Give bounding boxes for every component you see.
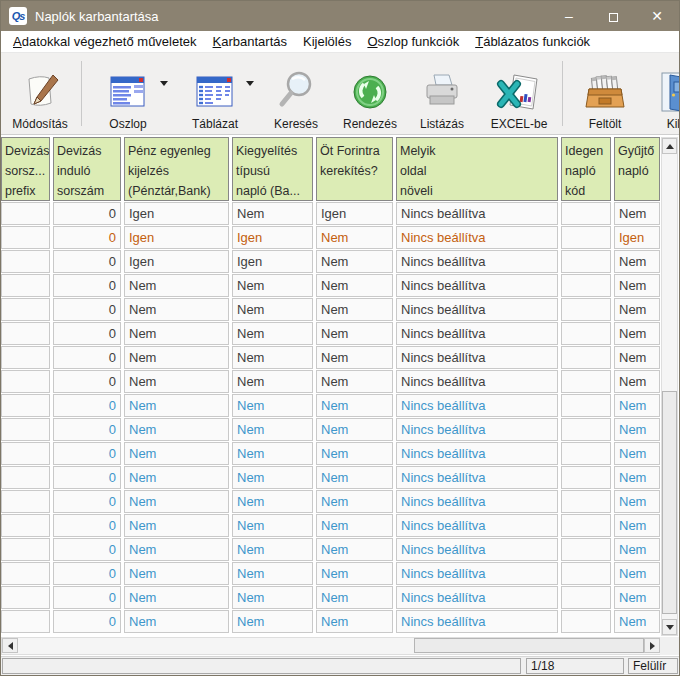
- column-header[interactable]: Öt Forintrakerekítés?: [316, 137, 393, 201]
- vertical-scrollbar[interactable]: [661, 137, 678, 636]
- table-row[interactable]: 0NemNemNemNincs beállítvaNem: [1, 562, 660, 585]
- table-cell[interactable]: [561, 514, 611, 537]
- table-cell[interactable]: [1, 274, 50, 297]
- table-cell[interactable]: [561, 370, 611, 393]
- table-cell[interactable]: Nem: [232, 418, 313, 441]
- table-cell[interactable]: [561, 442, 611, 465]
- table-cell[interactable]: 0: [53, 610, 121, 633]
- table-cell[interactable]: 0: [53, 346, 121, 369]
- table-cell[interactable]: Nem: [232, 370, 313, 393]
- table-cell[interactable]: Igen: [124, 250, 229, 273]
- table-cell[interactable]: Nem: [614, 250, 660, 273]
- table-cell[interactable]: Nincs beállítva: [396, 226, 558, 249]
- table-row[interactable]: 0NemNemNemNincs beállítvaNem: [1, 418, 660, 441]
- table-cell[interactable]: Nem: [232, 538, 313, 561]
- table-cell[interactable]: [561, 466, 611, 489]
- table-row[interactable]: 0NemNemNemNincs beállítvaNem: [1, 466, 660, 489]
- table-cell[interactable]: Nem: [124, 370, 229, 393]
- table-cell[interactable]: Nem: [232, 490, 313, 513]
- table-cell[interactable]: Nem: [232, 466, 313, 489]
- chevron-down-icon[interactable]: [246, 81, 254, 86]
- table-row[interactable]: 0NemNemNemNincs beállítvaNem: [1, 538, 660, 561]
- table-cell[interactable]: [1, 226, 50, 249]
- table-cell[interactable]: Nem: [614, 418, 660, 441]
- table-cell[interactable]: 0: [53, 514, 121, 537]
- table-cell[interactable]: Nem: [316, 226, 393, 249]
- table-cell[interactable]: Nem: [614, 514, 660, 537]
- column-header[interactable]: Gyűjtőnapló: [614, 137, 660, 201]
- table-cell[interactable]: Nem: [614, 466, 660, 489]
- table-cell[interactable]: [561, 322, 611, 345]
- table-cell[interactable]: Nem: [614, 562, 660, 585]
- table-cell[interactable]: Nem: [316, 394, 393, 417]
- table-cell[interactable]: [561, 490, 611, 513]
- table-cell[interactable]: Nincs beállítva: [396, 370, 558, 393]
- table-cell[interactable]: Nem: [614, 370, 660, 393]
- table-cell[interactable]: Nem: [316, 442, 393, 465]
- table-cell[interactable]: Nem: [316, 610, 393, 633]
- table-cell[interactable]: [561, 418, 611, 441]
- table-cell[interactable]: Nem: [232, 394, 313, 417]
- table-cell[interactable]: [561, 250, 611, 273]
- table-cell[interactable]: Nem: [614, 586, 660, 609]
- table-cell[interactable]: [1, 322, 50, 345]
- table-cell[interactable]: Nem: [232, 298, 313, 321]
- table-cell[interactable]: Nincs beállítva: [396, 514, 558, 537]
- table-row[interactable]: 0NemNemNemNincs beállítvaNem: [1, 514, 660, 537]
- table-row[interactable]: 0NemNemNemNincs beállítvaNem: [1, 442, 660, 465]
- table-cell[interactable]: Nincs beállítva: [396, 490, 558, 513]
- table-cell[interactable]: Nincs beállítva: [396, 442, 558, 465]
- table-cell[interactable]: Nem: [614, 346, 660, 369]
- table-cell[interactable]: Nincs beállítva: [396, 562, 558, 585]
- table-cell[interactable]: Igen: [316, 202, 393, 225]
- table-row[interactable]: 0NemNemNemNincs beállítvaNem: [1, 274, 660, 297]
- table-cell[interactable]: [561, 226, 611, 249]
- table-cell[interactable]: Nem: [124, 586, 229, 609]
- table-cell[interactable]: Nincs beállítva: [396, 298, 558, 321]
- table-cell[interactable]: Nem: [316, 250, 393, 273]
- table-cell[interactable]: Nem: [316, 490, 393, 513]
- table-cell[interactable]: Nem: [614, 322, 660, 345]
- table-cell[interactable]: 0: [53, 442, 121, 465]
- table-cell[interactable]: 0: [53, 586, 121, 609]
- table-cell[interactable]: Nem: [614, 298, 660, 321]
- column-header[interactable]: Melyikoldalnöveli: [396, 137, 558, 201]
- scroll-left-button[interactable]: [2, 638, 18, 653]
- table-cell[interactable]: Nem: [614, 442, 660, 465]
- table-cell[interactable]: [561, 346, 611, 369]
- tablazat-button[interactable]: Táblázat: [172, 55, 258, 134]
- table-cell[interactable]: Nem: [614, 610, 660, 633]
- table-row[interactable]: 0NemNemNemNincs beállítvaNem: [1, 394, 660, 417]
- kereses-button[interactable]: Keresés: [258, 55, 334, 134]
- table-cell[interactable]: Nem: [124, 514, 229, 537]
- table-cell[interactable]: Nincs beállítva: [396, 322, 558, 345]
- table-cell[interactable]: Igen: [124, 202, 229, 225]
- horizontal-scrollbar[interactable]: [1, 637, 661, 655]
- table-cell[interactable]: [1, 298, 50, 321]
- table-cell[interactable]: Nem: [316, 538, 393, 561]
- table-cell[interactable]: Igen: [232, 250, 313, 273]
- table-cell[interactable]: Nem: [124, 322, 229, 345]
- table-cell[interactable]: 0: [53, 418, 121, 441]
- table-cell[interactable]: Nem: [614, 538, 660, 561]
- table-cell[interactable]: [1, 610, 50, 633]
- table-cell[interactable]: [1, 442, 50, 465]
- table-cell[interactable]: Nem: [614, 394, 660, 417]
- table-cell[interactable]: Nem: [316, 346, 393, 369]
- feltolt-button[interactable]: Feltölt: [565, 55, 645, 134]
- table-cell[interactable]: Nem: [124, 610, 229, 633]
- menu-item-karbantartas[interactable]: Karbantartás: [205, 31, 295, 53]
- scroll-up-button[interactable]: [662, 138, 677, 154]
- table-cell[interactable]: [1, 250, 50, 273]
- table-cell[interactable]: Nincs beállítva: [396, 250, 558, 273]
- table-cell[interactable]: [1, 202, 50, 225]
- table-cell[interactable]: Nincs beállítva: [396, 202, 558, 225]
- table-cell[interactable]: Igen: [232, 226, 313, 249]
- table-cell[interactable]: Nincs beállítva: [396, 418, 558, 441]
- table-cell[interactable]: [1, 538, 50, 561]
- table-cell[interactable]: Nincs beállítva: [396, 610, 558, 633]
- table-row[interactable]: 0NemNemNemNincs beállítvaNem: [1, 586, 660, 609]
- table-cell[interactable]: Nem: [316, 370, 393, 393]
- table-cell[interactable]: Nem: [232, 514, 313, 537]
- table-cell[interactable]: Nem: [124, 562, 229, 585]
